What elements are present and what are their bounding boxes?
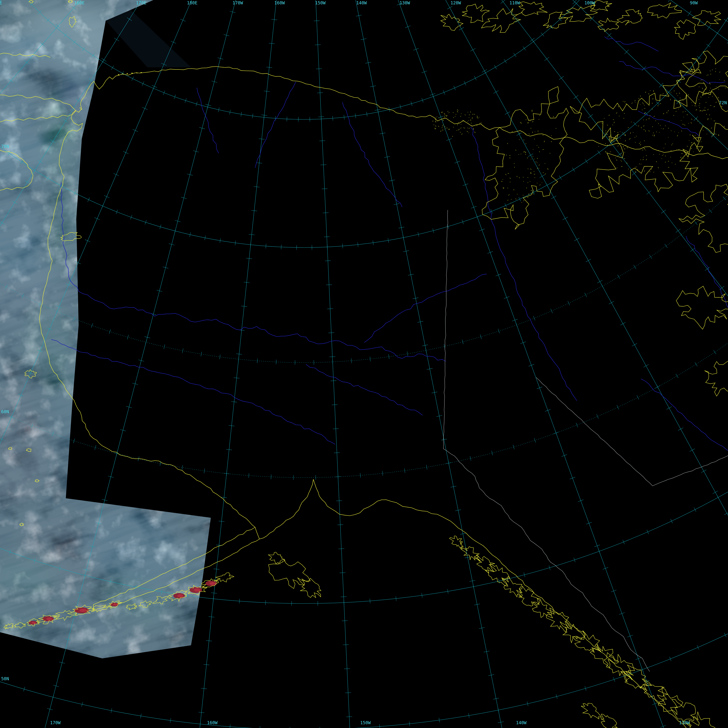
graticule-label: 110W xyxy=(509,0,520,5)
aleutian-red-core xyxy=(80,609,87,612)
aleutian-red-core xyxy=(32,622,36,624)
aleutian-red-core xyxy=(210,582,215,585)
graticule-label: 70N xyxy=(1,144,9,149)
graticule-label: 150E xyxy=(0,0,2,5)
graticule-label: 170W xyxy=(232,0,243,5)
graticule-label: 140W xyxy=(516,720,527,725)
graticule-label: 160W xyxy=(207,720,218,725)
graticule-label: 170W xyxy=(50,720,61,725)
graticule-label: 50N xyxy=(1,676,9,681)
graticule-label: 100W xyxy=(584,0,595,5)
aleutian-red-core xyxy=(46,617,52,620)
graticule-label: 150W xyxy=(360,720,371,725)
graticule-label: 130W xyxy=(679,720,690,725)
graticule-label: 160W xyxy=(274,0,285,5)
satellite-map-canvas: 150E160E170E180E170W160W150W140W130W120W… xyxy=(0,0,728,728)
aleutian-red-core xyxy=(113,604,117,606)
graticule-label: 180E xyxy=(187,0,197,5)
aleutian-red-core xyxy=(177,594,183,597)
graticule-label: 150W xyxy=(315,0,326,5)
graticule-label: 72N xyxy=(719,100,727,105)
graticule-label: 170E xyxy=(136,0,147,5)
graticule-label: 140W xyxy=(356,0,367,5)
graticule-label: 90W xyxy=(690,0,698,5)
graticule-label: 120W xyxy=(451,0,461,5)
graticule-label: 60N xyxy=(1,409,9,414)
graticule-label: 130W xyxy=(399,0,410,5)
graticule-label: 160E xyxy=(74,0,84,5)
aleutian-red-core xyxy=(194,588,200,592)
